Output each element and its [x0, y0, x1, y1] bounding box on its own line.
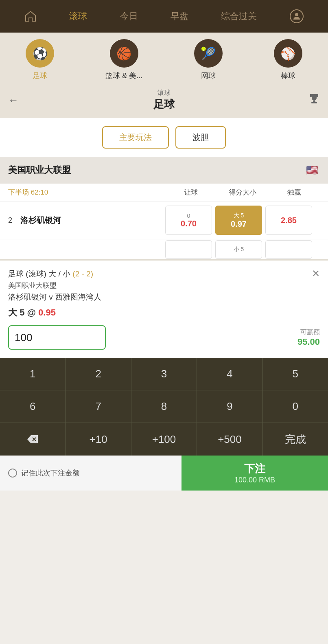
handicap-odds-cell[interactable]: 0 0.70: [165, 206, 212, 235]
moneyline-odds-cell[interactable]: 2.85: [265, 206, 312, 235]
basketball-icon: 🏀: [110, 39, 138, 68]
key-plus500[interactable]: +500: [197, 423, 262, 456]
top-nav: 滚球 今日 早盘 综合过关: [0, 0, 328, 33]
small-label: 小 5: [234, 246, 244, 253]
handicap-button[interactable]: 波胆: [175, 126, 226, 149]
page-title: 足球: [153, 97, 175, 112]
key-3[interactable]: 3: [131, 358, 197, 390]
remember-radio[interactable]: [8, 469, 17, 478]
league-name: 美国职业大联盟: [8, 164, 71, 176]
tab-soccer[interactable]: ⚽ 足球: [26, 39, 54, 81]
key-1[interactable]: 1: [0, 358, 66, 390]
bottom-bar: 记住此次下注金额 下注 100.00 RMB: [0, 456, 328, 491]
play-type-row: 主要玩法 波胆: [0, 118, 328, 157]
handicap-top: 0: [187, 212, 190, 219]
nav-parlay[interactable]: 综合过关: [221, 10, 257, 22]
key-2[interactable]: 2: [66, 358, 131, 390]
league-header: 美国职业大联盟 🇺🇸: [0, 157, 328, 184]
subheader: ← 滚球 足球: [0, 85, 328, 118]
match-row: 2 洛杉矶银河 0 0.70 大 5 0.97 2.85: [0, 201, 328, 239]
baseball-icon: ⚾: [274, 39, 302, 68]
close-bet-slip[interactable]: ✕: [312, 268, 320, 279]
col-moneyline: 独赢: [270, 188, 319, 197]
tennis-icon: 🎾: [194, 39, 223, 68]
winnings-amount: 95.00: [297, 337, 320, 347]
match-time-info: 下半场 62:10: [8, 188, 165, 197]
key-6[interactable]: 6: [0, 390, 66, 423]
bet-slip: ✕ 足球 (滚球) 大 / 小 (2 - 2) 美国职业大联盟 洛杉矶银河 v …: [0, 259, 328, 358]
bet-odds-value: 0.95: [38, 307, 56, 318]
partial-cell-1[interactable]: [165, 240, 212, 259]
match-row-partial: 小 5: [0, 239, 328, 259]
key-plus100[interactable]: +100: [131, 423, 197, 456]
column-labels: 让球 得分大小 独赢: [165, 188, 320, 197]
trophy-button[interactable]: [308, 93, 320, 107]
svg-rect-2: [311, 102, 317, 103]
tab-basketball[interactable]: 🏀 篮球 & 美...: [105, 39, 142, 81]
bet-winnings: 可赢额 95.00: [297, 328, 320, 347]
svg-rect-1: [313, 101, 315, 102]
nav-early[interactable]: 早盘: [171, 10, 188, 22]
numpad-row-2: 6 7 8 9 0: [0, 390, 328, 423]
nav-home[interactable]: [24, 10, 37, 22]
team-info: 2 洛杉矶银河: [8, 215, 165, 226]
key-done[interactable]: 完成: [263, 423, 328, 456]
svg-point-0: [295, 13, 298, 16]
team-name: 洛杉矶银河: [20, 215, 61, 226]
bet-input-row: 可赢额 95.00: [8, 325, 320, 350]
key-5[interactable]: 5: [263, 358, 328, 390]
partial-cell-3[interactable]: [265, 240, 312, 259]
remember-row: 记住此次下注金额: [0, 468, 181, 478]
key-backspace[interactable]: [0, 423, 66, 456]
nav-today[interactable]: 今日: [120, 10, 138, 22]
bet-title: 足球 (滚球) 大 / 小 (2 - 2): [8, 269, 320, 279]
col-total: 得分大小: [218, 188, 267, 197]
bet-teams: 洛杉矶银河 v 西雅图海湾人: [8, 292, 320, 302]
total-top: 大 5: [234, 212, 244, 219]
back-button[interactable]: ←: [8, 94, 19, 107]
place-bet-button[interactable]: 下注 100.00 RMB: [181, 456, 328, 491]
key-7[interactable]: 7: [66, 390, 131, 423]
bet-score: (2 - 2): [72, 269, 93, 278]
place-bet-label: 下注: [244, 462, 265, 476]
key-9[interactable]: 9: [197, 390, 262, 423]
tab-tennis[interactable]: 🎾 网球: [194, 39, 223, 81]
team-rank: 2: [8, 216, 16, 225]
handicap-value: 0.70: [181, 219, 197, 228]
bet-amount-input[interactable]: [8, 325, 106, 350]
sport-tabs: ⚽ 足球 🏀 篮球 & 美... 🎾 网球 ⚾ 棒球: [0, 33, 328, 85]
nav-user[interactable]: [290, 9, 304, 23]
odds-cells: 0 0.70 大 5 0.97 2.85: [165, 206, 320, 235]
partial-odds: 小 5: [165, 240, 320, 259]
numpad-row-1: 1 2 3 4 5: [0, 358, 328, 390]
tab-baseball[interactable]: ⚾ 棒球: [274, 39, 302, 81]
page-title-area: 滚球 足球: [153, 89, 175, 112]
rolling-label: 滚球: [153, 89, 175, 97]
league-flag: 🇺🇸: [304, 162, 320, 178]
moneyline-value: 2.85: [281, 216, 297, 225]
match-col-header: 下半场 62:10 让球 得分大小 独赢: [0, 184, 328, 201]
key-plus10[interactable]: +10: [66, 423, 131, 456]
place-bet-amount: 100.00 RMB: [234, 476, 275, 484]
bet-league: 美国职业大联盟: [8, 281, 320, 290]
col-handicap: 让球: [166, 188, 215, 197]
nav-rolling[interactable]: 滚球: [69, 10, 87, 22]
bet-odds: 大 5 @ 0.95: [8, 307, 320, 319]
main-play-button[interactable]: 主要玩法: [102, 126, 169, 149]
key-4[interactable]: 4: [197, 358, 262, 390]
key-8[interactable]: 8: [131, 390, 197, 423]
numpad: 1 2 3 4 5 6 7 8 9 0 +10 +100 +500 完成: [0, 358, 328, 456]
total-value: 0.97: [231, 219, 247, 229]
soccer-icon: ⚽: [26, 39, 54, 68]
numpad-row-3: +10 +100 +500 完成: [0, 423, 328, 456]
key-0[interactable]: 0: [263, 390, 328, 423]
partial-cell-2[interactable]: 小 5: [215, 240, 262, 259]
winnings-label: 可赢额: [297, 328, 320, 337]
total-odds-cell[interactable]: 大 5 0.97: [215, 206, 262, 235]
remember-text: 记住此次下注金额: [21, 468, 80, 478]
